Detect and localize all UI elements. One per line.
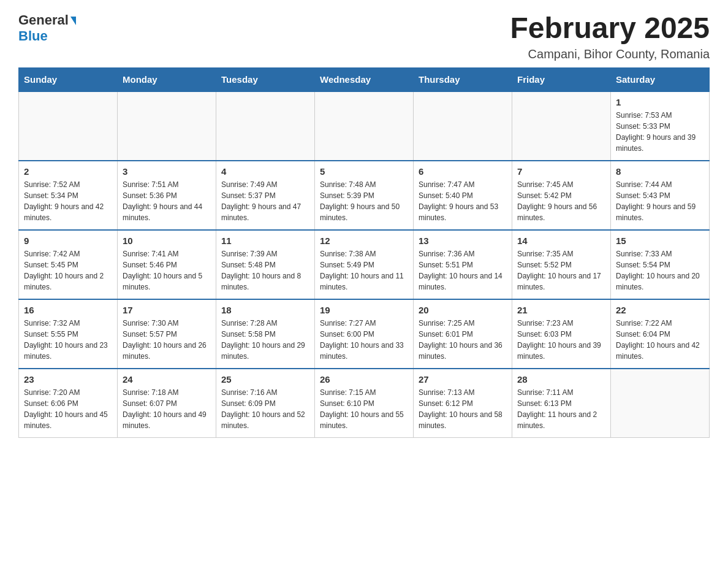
calendar-cell: 19Sunrise: 7:27 AMSunset: 6:00 PMDayligh… bbox=[315, 299, 414, 369]
day-info: Sunrise: 7:47 AMSunset: 5:40 PMDaylight:… bbox=[419, 179, 507, 223]
day-number: 22 bbox=[616, 305, 704, 315]
calendar-cell: 23Sunrise: 7:20 AMSunset: 6:06 PMDayligh… bbox=[19, 369, 118, 438]
day-number: 25 bbox=[221, 374, 309, 385]
day-info: Sunrise: 7:20 AMSunset: 6:06 PMDaylight:… bbox=[24, 387, 112, 431]
day-info: Sunrise: 7:48 AMSunset: 5:39 PMDaylight:… bbox=[320, 179, 408, 223]
day-number: 27 bbox=[419, 374, 507, 385]
day-info: Sunrise: 7:38 AMSunset: 5:49 PMDaylight:… bbox=[320, 248, 408, 293]
calendar-cell: 24Sunrise: 7:18 AMSunset: 6:07 PMDayligh… bbox=[118, 369, 216, 438]
calendar-cell bbox=[414, 91, 512, 161]
day-number: 17 bbox=[123, 305, 211, 315]
day-info: Sunrise: 7:23 AMSunset: 6:03 PMDaylight:… bbox=[517, 318, 605, 362]
day-info: Sunrise: 7:16 AMSunset: 6:09 PMDaylight:… bbox=[221, 387, 309, 431]
day-number: 19 bbox=[320, 305, 408, 315]
day-number: 23 bbox=[24, 374, 112, 385]
day-info: Sunrise: 7:32 AMSunset: 5:55 PMDaylight:… bbox=[24, 318, 112, 362]
calendar-cell bbox=[118, 91, 216, 161]
calendar-week-row: 16Sunrise: 7:32 AMSunset: 5:55 PMDayligh… bbox=[19, 299, 710, 369]
day-number: 21 bbox=[517, 305, 605, 315]
day-number: 28 bbox=[517, 374, 605, 385]
calendar-cell: 18Sunrise: 7:28 AMSunset: 5:58 PMDayligh… bbox=[216, 299, 315, 369]
day-info: Sunrise: 7:30 AMSunset: 5:57 PMDaylight:… bbox=[123, 318, 211, 362]
calendar-cell: 8Sunrise: 7:44 AMSunset: 5:43 PMDaylight… bbox=[611, 161, 710, 230]
header-friday: Friday bbox=[512, 67, 611, 91]
day-number: 13 bbox=[419, 236, 507, 246]
day-info: Sunrise: 7:39 AMSunset: 5:48 PMDaylight:… bbox=[221, 248, 309, 293]
day-info: Sunrise: 7:11 AMSunset: 6:13 PMDaylight:… bbox=[517, 387, 605, 431]
calendar-week-row: 1Sunrise: 7:53 AMSunset: 5:33 PMDaylight… bbox=[19, 91, 710, 161]
calendar-cell: 13Sunrise: 7:36 AMSunset: 5:51 PMDayligh… bbox=[414, 230, 512, 299]
day-info: Sunrise: 7:44 AMSunset: 5:43 PMDaylight:… bbox=[616, 179, 704, 223]
day-number: 3 bbox=[123, 166, 211, 177]
day-info: Sunrise: 7:53 AMSunset: 5:33 PMDaylight:… bbox=[616, 110, 704, 154]
day-info: Sunrise: 7:15 AMSunset: 6:10 PMDaylight:… bbox=[320, 387, 408, 431]
calendar-cell: 17Sunrise: 7:30 AMSunset: 5:57 PMDayligh… bbox=[118, 299, 216, 369]
day-number: 24 bbox=[123, 374, 211, 385]
day-number: 11 bbox=[221, 236, 309, 246]
calendar-cell: 5Sunrise: 7:48 AMSunset: 5:39 PMDaylight… bbox=[315, 161, 414, 230]
location-title: Campani, Bihor County, Romania bbox=[510, 47, 710, 61]
calendar-week-row: 9Sunrise: 7:42 AMSunset: 5:45 PMDaylight… bbox=[19, 230, 710, 299]
calendar-cell bbox=[315, 91, 414, 161]
day-info: Sunrise: 7:27 AMSunset: 6:00 PMDaylight:… bbox=[320, 318, 408, 362]
calendar-cell: 14Sunrise: 7:35 AMSunset: 5:52 PMDayligh… bbox=[512, 230, 611, 299]
day-info: Sunrise: 7:33 AMSunset: 5:54 PMDaylight:… bbox=[616, 248, 704, 293]
day-number: 5 bbox=[320, 166, 408, 177]
calendar-cell: 25Sunrise: 7:16 AMSunset: 6:09 PMDayligh… bbox=[216, 369, 315, 438]
day-info: Sunrise: 7:13 AMSunset: 6:12 PMDaylight:… bbox=[419, 387, 507, 431]
day-number: 26 bbox=[320, 374, 408, 385]
day-number: 12 bbox=[320, 236, 408, 246]
day-info: Sunrise: 7:36 AMSunset: 5:51 PMDaylight:… bbox=[419, 248, 507, 293]
day-number: 20 bbox=[419, 305, 507, 315]
day-info: Sunrise: 7:41 AMSunset: 5:46 PMDaylight:… bbox=[123, 248, 211, 293]
calendar-cell: 4Sunrise: 7:49 AMSunset: 5:37 PMDaylight… bbox=[216, 161, 315, 230]
logo-blue: Blue bbox=[18, 28, 48, 44]
logo-general: General bbox=[18, 12, 69, 28]
calendar-cell: 6Sunrise: 7:47 AMSunset: 5:40 PMDaylight… bbox=[414, 161, 512, 230]
header-thursday: Thursday bbox=[414, 67, 512, 91]
title-block: February 2025 Campani, Bihor County, Rom… bbox=[510, 12, 710, 61]
calendar-cell bbox=[19, 91, 118, 161]
day-info: Sunrise: 7:25 AMSunset: 6:01 PMDaylight:… bbox=[419, 318, 507, 362]
day-number: 4 bbox=[221, 166, 309, 177]
calendar-cell: 16Sunrise: 7:32 AMSunset: 5:55 PMDayligh… bbox=[19, 299, 118, 369]
day-info: Sunrise: 7:49 AMSunset: 5:37 PMDaylight:… bbox=[221, 179, 309, 223]
day-number: 8 bbox=[616, 166, 704, 177]
page-header: General Blue February 2025 Campani, Biho… bbox=[18, 12, 710, 61]
calendar-cell: 27Sunrise: 7:13 AMSunset: 6:12 PMDayligh… bbox=[414, 369, 512, 438]
header-tuesday: Tuesday bbox=[216, 67, 315, 91]
logo-arrow-icon bbox=[70, 17, 76, 25]
calendar-cell bbox=[216, 91, 315, 161]
calendar-cell: 21Sunrise: 7:23 AMSunset: 6:03 PMDayligh… bbox=[512, 299, 611, 369]
day-number: 10 bbox=[123, 236, 211, 246]
calendar-cell bbox=[611, 369, 710, 438]
calendar-cell bbox=[512, 91, 611, 161]
header-wednesday: Wednesday bbox=[315, 67, 414, 91]
calendar-cell: 3Sunrise: 7:51 AMSunset: 5:36 PMDaylight… bbox=[118, 161, 216, 230]
calendar-cell: 9Sunrise: 7:42 AMSunset: 5:45 PMDaylight… bbox=[19, 230, 118, 299]
calendar-cell: 26Sunrise: 7:15 AMSunset: 6:10 PMDayligh… bbox=[315, 369, 414, 438]
day-number: 14 bbox=[517, 236, 605, 246]
calendar-table: SundayMondayTuesdayWednesdayThursdayFrid… bbox=[18, 67, 710, 438]
day-info: Sunrise: 7:22 AMSunset: 6:04 PMDaylight:… bbox=[616, 318, 704, 362]
day-info: Sunrise: 7:51 AMSunset: 5:36 PMDaylight:… bbox=[123, 179, 211, 223]
day-number: 1 bbox=[616, 97, 704, 107]
calendar-cell: 15Sunrise: 7:33 AMSunset: 5:54 PMDayligh… bbox=[611, 230, 710, 299]
day-number: 9 bbox=[24, 236, 112, 246]
calendar-cell: 22Sunrise: 7:22 AMSunset: 6:04 PMDayligh… bbox=[611, 299, 710, 369]
header-sunday: Sunday bbox=[19, 67, 118, 91]
calendar-week-row: 23Sunrise: 7:20 AMSunset: 6:06 PMDayligh… bbox=[19, 369, 710, 438]
day-info: Sunrise: 7:28 AMSunset: 5:58 PMDaylight:… bbox=[221, 318, 309, 362]
day-number: 6 bbox=[419, 166, 507, 177]
day-info: Sunrise: 7:35 AMSunset: 5:52 PMDaylight:… bbox=[517, 248, 605, 293]
calendar-cell: 10Sunrise: 7:41 AMSunset: 5:46 PMDayligh… bbox=[118, 230, 216, 299]
calendar-cell: 12Sunrise: 7:38 AMSunset: 5:49 PMDayligh… bbox=[315, 230, 414, 299]
day-number: 18 bbox=[221, 305, 309, 315]
day-info: Sunrise: 7:45 AMSunset: 5:42 PMDaylight:… bbox=[517, 179, 605, 223]
day-number: 2 bbox=[24, 166, 112, 177]
calendar-header-row: SundayMondayTuesdayWednesdayThursdayFrid… bbox=[19, 67, 710, 91]
calendar-cell: 28Sunrise: 7:11 AMSunset: 6:13 PMDayligh… bbox=[512, 369, 611, 438]
calendar-week-row: 2Sunrise: 7:52 AMSunset: 5:34 PMDaylight… bbox=[19, 161, 710, 230]
calendar-cell: 11Sunrise: 7:39 AMSunset: 5:48 PMDayligh… bbox=[216, 230, 315, 299]
calendar-cell: 7Sunrise: 7:45 AMSunset: 5:42 PMDaylight… bbox=[512, 161, 611, 230]
